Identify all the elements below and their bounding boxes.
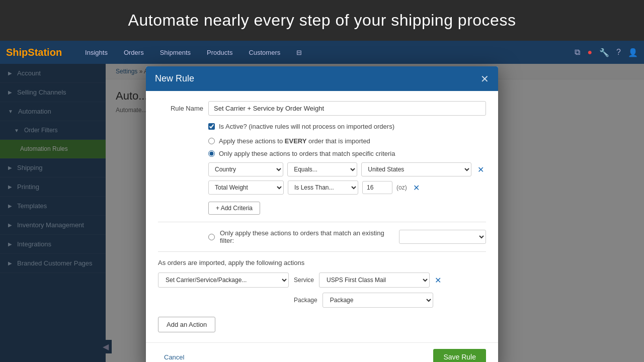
modal-footer: Cancel Save Rule xyxy=(146,342,498,362)
nav-customers[interactable]: Customers xyxy=(246,47,283,58)
existing-filter-select[interactable] xyxy=(399,230,486,244)
add-criteria-button[interactable]: + Add Criteria xyxy=(208,202,260,215)
add-action-button[interactable]: Add an Action xyxy=(158,317,215,332)
criteria-row-country: Country Total Weight Order Total Equals.… xyxy=(208,162,486,176)
apply-filter-radio[interactable] xyxy=(208,234,215,240)
nav-shipments[interactable]: Shipments xyxy=(157,47,194,58)
action-remove-button[interactable]: ✕ xyxy=(435,276,441,285)
is-active-checkbox[interactable] xyxy=(208,123,215,130)
apply-every-radio[interactable] xyxy=(208,138,215,144)
weight-unit-label: (oz) xyxy=(396,184,407,191)
app-container: ▶ Account ▶ Selling Channels ▼ Automatio… xyxy=(0,64,644,362)
criteria-remove-button-1[interactable]: ✕ xyxy=(475,165,486,174)
criteria-operator-select-2[interactable]: Is Less Than... Is Greater Than... Equal… xyxy=(288,180,358,195)
is-active-label: Is Active? (inactive rules will not proc… xyxy=(219,123,394,130)
rule-name-row: Rule Name xyxy=(158,101,486,116)
service-label: Service xyxy=(294,277,314,284)
hero-banner: Automate nearly every step of your shipp… xyxy=(0,0,644,41)
help-icon[interactable]: ? xyxy=(616,48,621,57)
alert-icon[interactable]: ● xyxy=(587,48,592,57)
action-row-1: Set Carrier/Service/Package... Set Tag S… xyxy=(158,273,486,288)
apply-every-label: Apply these actions to EVERY order that … xyxy=(219,137,370,145)
wrench-icon[interactable]: 🔧 xyxy=(599,48,609,57)
actions-section: As orders are imported, apply the follow… xyxy=(158,259,486,332)
modal-body: Rule Name Is Active? (inactive rules wil… xyxy=(146,91,498,342)
is-active-row: Is Active? (inactive rules will not proc… xyxy=(208,123,486,130)
criteria-operator-select-1[interactable]: Equals... Not Equals... xyxy=(287,162,357,176)
rule-name-label: Rule Name xyxy=(158,105,203,112)
copy-icon[interactable]: ⧉ xyxy=(575,48,580,57)
apply-criteria-radio[interactable] xyxy=(208,150,215,157)
radio-criteria-row: Only apply these actions to orders that … xyxy=(208,150,486,157)
criteria-value-input-2[interactable] xyxy=(362,181,392,194)
top-nav: ShipStation Insights Orders Shipments Pr… xyxy=(0,41,644,64)
criteria-field-select-2[interactable]: Total Weight Country Order Total xyxy=(208,180,284,195)
save-rule-button[interactable]: Save Rule xyxy=(433,349,486,362)
cancel-button[interactable]: Cancel xyxy=(158,350,190,363)
apply-criteria-label: Only apply these actions to orders that … xyxy=(219,150,395,157)
criteria-remove-button-2[interactable]: ✕ xyxy=(411,183,422,193)
service-select[interactable]: USPS First Class Mail USPS Priority Mail… xyxy=(319,273,430,288)
modal-close-button[interactable]: ✕ xyxy=(480,74,489,84)
action-row-package: Package Package Flat Rate Envelope Flat … xyxy=(294,293,486,308)
nav-barcode[interactable]: ⊟ xyxy=(293,47,305,58)
criteria-section: Country Total Weight Order Total Equals.… xyxy=(208,162,486,215)
hero-text: Automate nearly every step of your shipp… xyxy=(128,11,516,29)
package-select[interactable]: Package Flat Rate Envelope Flat Rate Box xyxy=(323,293,433,308)
nav-orders[interactable]: Orders xyxy=(121,47,147,58)
actions-section-label: As orders are imported, apply the follow… xyxy=(158,259,486,266)
criteria-value-select-1[interactable]: United States Canada United Kingdom xyxy=(361,162,471,176)
radio-every-row: Apply these actions to EVERY order that … xyxy=(208,137,486,145)
action-main-select[interactable]: Set Carrier/Service/Package... Set Tag S… xyxy=(158,273,289,288)
criteria-row-weight: Total Weight Country Order Total Is Less… xyxy=(208,180,486,195)
radio-filter-row: Only apply these actions to orders that … xyxy=(208,229,486,244)
rule-name-input[interactable] xyxy=(208,101,486,116)
modal-header: New Rule ✕ xyxy=(146,66,498,91)
package-label: Package xyxy=(294,297,317,304)
nav-insights[interactable]: Insights xyxy=(82,47,111,58)
user-icon[interactable]: 👤 xyxy=(628,48,638,57)
logo[interactable]: ShipStation xyxy=(6,47,62,58)
modal-title: New Rule xyxy=(155,73,194,84)
criteria-field-select-1[interactable]: Country Total Weight Order Total xyxy=(208,162,283,176)
apply-filter-label: Only apply these actions to orders that … xyxy=(220,229,392,244)
new-rule-modal: New Rule ✕ Rule Name Is Active? (inactiv… xyxy=(146,66,498,362)
nav-products[interactable]: Products xyxy=(204,47,235,58)
